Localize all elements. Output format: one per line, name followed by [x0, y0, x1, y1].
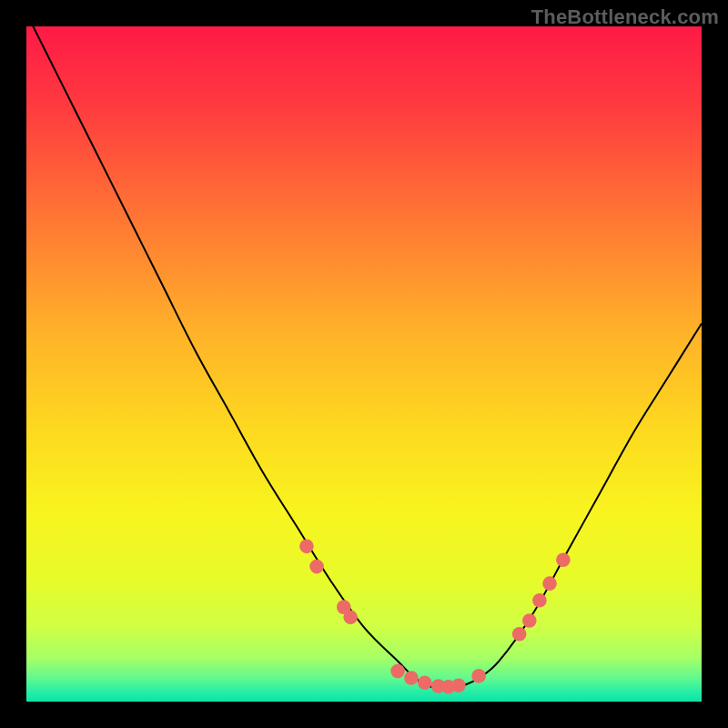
chart-container: TheBottleneck.com — [0, 0, 728, 728]
watermark-label: TheBottleneck.com — [531, 5, 719, 29]
plot-background — [26, 26, 702, 702]
gradient-rect — [26, 26, 702, 702]
